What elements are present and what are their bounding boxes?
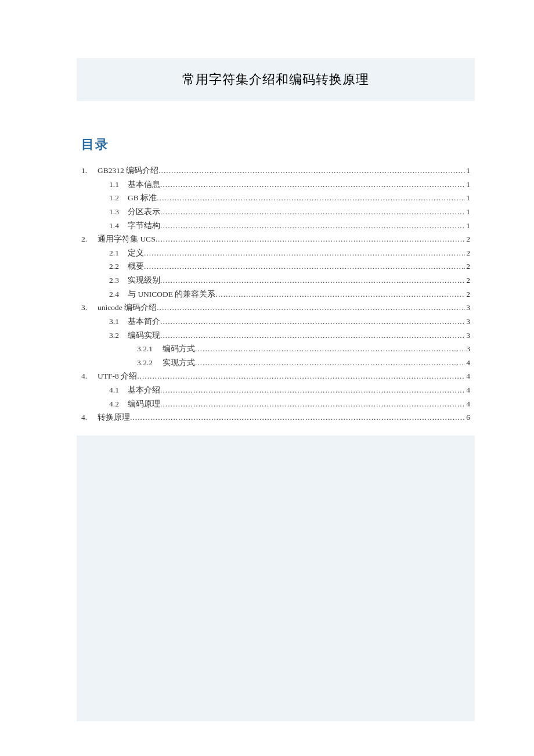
toc-entry-number: 4.2 [109,397,128,411]
toc-entry-title: 通用字符集 UCS [98,232,156,246]
toc-leader-dots [160,219,465,233]
toc-entry-number: 3.2.2 [137,356,163,370]
toc-entry-page: 3 [465,342,470,356]
toc-leader-dots [160,383,465,397]
toc-entry-number: 3.1 [109,315,128,329]
toc-entry-page: 6 [465,411,470,424]
toc-entry-title: GB 标准 [128,191,157,205]
toc-entry[interactable]: 3.2.2实现方式4 [81,356,470,370]
toc-entry-title: 实现级别 [128,273,160,287]
toc-entry-page: 1 [465,164,470,178]
toc-entry[interactable]: 3.unicode 编码介绍3 [81,301,470,315]
toc-entry-number: 2.1 [109,246,128,260]
toc-entry-page: 2 [465,273,470,287]
toc-entry-title: 基本介绍 [128,383,160,397]
toc-leader-dots [157,191,465,205]
toc-entry-title: UTF-8 介绍 [98,369,137,383]
toc-entry-title: 定义 [128,246,144,260]
toc-entry[interactable]: 1.1基本信息1 [81,178,470,192]
toc-entry-number: 2. [81,232,98,246]
document-title: 常用字符集介绍和编码转换原理 [77,71,475,88]
toc-leader-dots [160,315,465,329]
toc-entry-number: 1.3 [109,205,128,219]
toc-entry-title: GB2312 编码介绍 [98,164,158,178]
toc-entry[interactable]: 2.2概要2 [81,260,470,273]
toc-leader-dots [195,342,465,356]
toc-entry[interactable]: 2.4与 UNICODE 的兼容关系2 [81,287,470,301]
toc-entry-title: 转换原理 [98,411,130,424]
toc-entry-page: 1 [465,205,470,219]
toc-entry-page: 2 [465,232,470,246]
toc-entry-page: 3 [465,329,470,343]
toc-entry-title: 与 UNICODE 的兼容关系 [128,287,216,301]
toc-leader-dots [195,356,465,370]
toc-leader-dots [157,301,465,315]
toc-entry[interactable]: 2.1定义2 [81,246,470,260]
toc-entry-title: 编码原理 [128,397,160,411]
toc-entry-page: 4 [465,397,470,411]
toc-entry-number: 4. [81,411,98,424]
toc-entry-title: 实现方式 [163,356,195,370]
toc-entry-page: 1 [465,178,470,192]
toc-entry[interactable]: 4.1基本介绍4 [81,383,470,397]
toc-entry-title: 编码方式 [163,342,195,356]
toc-entry-title: 基本简介 [128,315,160,329]
toc-leader-dots [144,260,465,273]
toc-entry[interactable]: 4.2编码原理4 [81,397,470,411]
toc-entry-page: 2 [465,246,470,260]
toc-entry-number: 4. [81,369,98,383]
toc-leader-dots [160,178,465,192]
toc-entry-number: 1. [81,164,98,178]
toc-entry-number: 2.2 [109,260,128,273]
toc-entry-number: 2.4 [109,287,128,301]
toc-entry[interactable]: 1.4字节结构1 [81,219,470,233]
toc-entry-title: 分区表示 [128,205,160,219]
toc-entry-page: 1 [465,219,470,233]
toc-leader-dots [130,411,465,424]
toc-entry[interactable]: 3.1基本简介3 [81,315,470,329]
toc-entry[interactable]: 2.通用字符集 UCS2 [81,232,470,246]
toc-entry-number: 3.2.1 [137,342,163,356]
toc-entry[interactable]: 3.2.1编码方式3 [81,342,470,356]
toc-entry-page: 4 [465,369,470,383]
toc-heading: 目录 [81,136,470,153]
toc-leader-dots [216,287,466,301]
toc-leader-dots [160,329,465,343]
toc-entry-number: 1.1 [109,178,128,192]
toc-entry-title: unicode 编码介绍 [98,301,157,315]
toc-entry-number: 1.4 [109,219,128,233]
toc-entry-title: 基本信息 [128,178,160,192]
toc-entry[interactable]: 4.转换原理6 [81,411,470,424]
document-page: 常用字符集介绍和编码转换原理 目录 1.GB2312 编码介绍11.1基本信息1… [0,0,534,424]
toc-entry[interactable]: 3.2编码实现3 [81,329,470,343]
toc-entry[interactable]: 4.UTF-8 介绍4 [81,369,470,383]
toc-entry-number: 4.1 [109,383,128,397]
toc-leader-dots [160,397,465,411]
toc-entry-number: 2.3 [109,273,128,287]
toc-leader-dots [160,273,465,287]
toc-entry[interactable]: 1.GB2312 编码介绍1 [81,164,470,178]
toc-entry-title: 编码实现 [128,329,160,343]
toc-entry-page: 3 [465,315,470,329]
toc-entry-page: 3 [465,301,470,315]
table-of-contents: 1.GB2312 编码介绍11.1基本信息11.2GB 标准11.3分区表示11… [81,164,470,424]
toc-entry-page: 4 [465,356,470,370]
toc-entry-page: 2 [465,260,470,273]
toc-entry-title: 概要 [128,260,144,273]
toc-entry-title: 字节结构 [128,219,160,233]
toc-entry[interactable]: 1.3分区表示1 [81,205,470,219]
toc-entry[interactable]: 1.2GB 标准1 [81,191,470,205]
toc-leader-dots [144,246,465,260]
toc-entry-page: 1 [465,191,470,205]
toc-leader-dots [156,232,466,246]
toc-entry-number: 3. [81,301,98,315]
toc-leader-dots [160,205,465,219]
bottom-band [77,435,475,721]
toc-leader-dots [158,164,465,178]
title-band: 常用字符集介绍和编码转换原理 [77,58,475,101]
toc-entry-number: 1.2 [109,191,128,205]
toc-entry-page: 4 [465,383,470,397]
toc-entry-page: 2 [465,287,470,301]
toc-entry[interactable]: 2.3实现级别2 [81,273,470,287]
toc-leader-dots [137,369,465,383]
